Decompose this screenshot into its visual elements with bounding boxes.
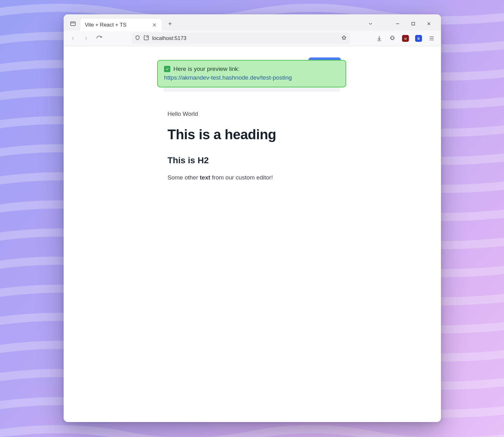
paragraph-text-bold: text	[200, 174, 211, 181]
toast-preview-link[interactable]: https://akmandev-test.hashnode.dev/test-…	[164, 74, 339, 81]
recent-tabs-button[interactable]	[67, 18, 79, 29]
article-intro-text: Hello World	[167, 110, 342, 117]
article-h1: This is a heading	[167, 127, 342, 142]
article-h2: This is H2	[167, 155, 342, 165]
tabs-dropdown-button[interactable]	[364, 18, 377, 29]
window-controls	[390, 18, 438, 29]
nav-reload-button[interactable]	[94, 33, 105, 44]
paragraph-text-pre: Some other	[167, 174, 200, 181]
url-input[interactable]	[152, 35, 338, 42]
article-paragraph: Some other text from our custom editor!	[167, 174, 342, 181]
new-tab-button[interactable]	[165, 18, 175, 29]
check-icon	[164, 66, 170, 72]
toast-message: Here is your preview link:	[173, 66, 240, 72]
browser-window: Vite + React + TS	[64, 14, 441, 422]
bookmark-star-icon[interactable]	[341, 35, 347, 42]
success-toast: Here is your preview link: https://akman…	[157, 60, 346, 87]
extensions-button[interactable]	[387, 33, 398, 44]
ublock-extension-icon[interactable]: u	[400, 33, 411, 44]
tab-title: Vite + React + TS	[85, 22, 127, 28]
tab-strip: Vite + React + TS	[64, 14, 441, 31]
address-bar[interactable]	[132, 32, 350, 44]
tab-close-button[interactable]	[152, 22, 157, 28]
downloads-button[interactable]	[374, 33, 385, 44]
svg-rect-2	[412, 22, 415, 25]
article-content: Hello World This is a heading This is H2…	[167, 110, 342, 181]
nav-back-button[interactable]	[67, 33, 79, 44]
shield-icon[interactable]	[135, 35, 140, 42]
nav-forward-button[interactable]	[80, 33, 92, 44]
app-menu-button[interactable]	[426, 33, 437, 44]
window-close-button[interactable]	[422, 18, 436, 29]
page-info-icon[interactable]	[143, 35, 149, 42]
bitwarden-extension-icon[interactable]: b	[413, 33, 424, 44]
window-minimize-button[interactable]	[390, 18, 405, 29]
svg-rect-1	[71, 22, 75, 26]
page-viewport: Here is your preview link: https://akman…	[64, 46, 441, 422]
browser-tab[interactable]: Vite + React + TS	[80, 19, 162, 31]
toolbar: u b	[64, 31, 441, 46]
paragraph-text-post: from our custom editor!	[210, 174, 273, 181]
window-maximize-button[interactable]	[406, 18, 420, 29]
